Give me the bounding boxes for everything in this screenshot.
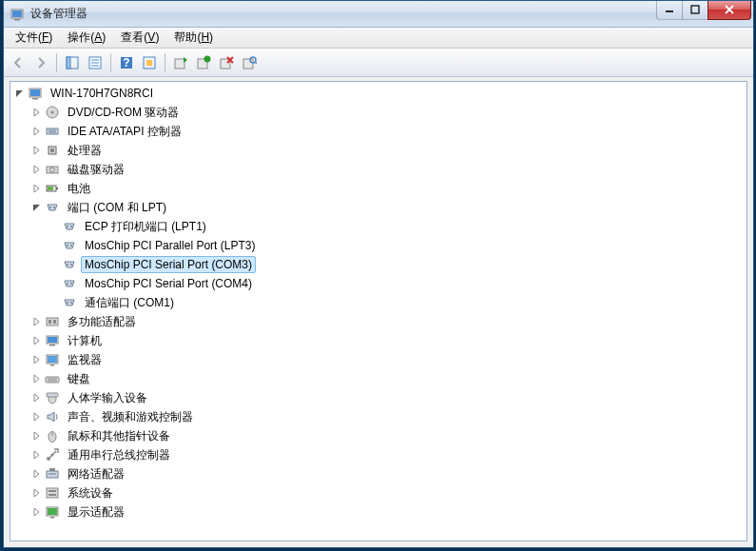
- adapter-icon: [45, 314, 60, 329]
- tree-node-label: DVD/CD-ROM 驱动器: [64, 103, 183, 123]
- expand-icon[interactable]: [29, 105, 45, 120]
- svg-rect-56: [48, 356, 57, 363]
- svg-rect-69: [49, 468, 55, 471]
- expand-icon[interactable]: [29, 314, 45, 329]
- tree-node-cat-13[interactable]: 通用串行总线控制器: [10, 445, 746, 464]
- tree-node-label: MosChip PCI Parallel Port (LPT3): [81, 237, 259, 254]
- expand-icon[interactable]: [29, 352, 45, 367]
- keyboard-icon: [45, 371, 60, 386]
- arrow-spacer: [47, 238, 62, 253]
- tree-node-dev-5-4[interactable]: 通信端口 (COM1): [10, 293, 746, 312]
- svg-rect-24: [32, 98, 38, 100]
- tree-node-cat-8[interactable]: 监视器: [10, 350, 746, 369]
- tree-node-label: 鼠标和其他指针设备: [64, 426, 174, 446]
- expand-icon[interactable]: [29, 409, 45, 424]
- svg-rect-19: [243, 59, 253, 69]
- svg-point-43: [67, 264, 68, 266]
- tree-node-cat-3[interactable]: 磁盘驱动器: [10, 160, 746, 179]
- network-icon: [45, 466, 60, 482]
- expand-icon[interactable]: [29, 371, 45, 386]
- tree-node-label: 键盘: [64, 369, 94, 389]
- svg-point-45: [67, 283, 68, 285]
- svg-rect-36: [48, 187, 53, 190]
- scan-button[interactable]: [239, 52, 260, 73]
- back-button[interactable]: [8, 52, 29, 73]
- menu-action[interactable]: 操作(A): [60, 28, 113, 48]
- tree-node-label: MosChip PCI Serial Port (COM4): [81, 275, 256, 292]
- svg-rect-31: [50, 148, 54, 152]
- uninstall-button[interactable]: [193, 52, 214, 73]
- svg-rect-54: [49, 344, 55, 346]
- expand-icon[interactable]: [29, 504, 45, 520]
- port-icon: [62, 295, 77, 310]
- tree-node-root[interactable]: WIN-170H7GN8RCI: [10, 84, 746, 103]
- tree-node-cat-11[interactable]: 声音、视频和游戏控制器: [10, 407, 746, 426]
- update-driver-button[interactable]: [170, 52, 191, 73]
- menu-view[interactable]: 查看(V): [113, 28, 166, 48]
- tree-node-label: 计算机: [64, 331, 106, 351]
- expand-icon[interactable]: [29, 143, 45, 158]
- tree-node-cat-7[interactable]: 计算机: [10, 331, 746, 350]
- tree-node-cat-14[interactable]: 网络适配器: [10, 464, 746, 483]
- tree-node-label: 监视器: [64, 350, 106, 370]
- toolbar: ?: [4, 49, 753, 77]
- maximize-button[interactable]: [682, 1, 708, 20]
- expand-icon[interactable]: [29, 390, 45, 405]
- svg-rect-4: [691, 6, 699, 13]
- tree-node-label: 处理器: [64, 141, 106, 161]
- menu-file[interactable]: 文件(F): [8, 28, 60, 48]
- collapse-icon[interactable]: [12, 86, 28, 101]
- titlebar[interactable]: 设备管理器: [4, 1, 753, 28]
- tree-node-cat-6[interactable]: 多功能适配器: [10, 312, 746, 331]
- menu-help[interactable]: 帮助(H): [166, 28, 221, 48]
- tree-node-cat-9[interactable]: 键盘: [10, 369, 746, 388]
- minimize-button[interactable]: [656, 1, 683, 20]
- tree-node-cat-12[interactable]: 鼠标和其他指针设备: [10, 426, 746, 445]
- tree-node-dev-5-2[interactable]: MosChip PCI Serial Port (COM3): [10, 255, 746, 274]
- disc-icon: [45, 105, 60, 120]
- expand-icon[interactable]: [29, 162, 45, 177]
- tree-node-cat-15[interactable]: 系统设备: [10, 483, 746, 502]
- tree-node-cat-0[interactable]: DVD/CD-ROM 驱动器: [10, 103, 746, 122]
- tree-node-cat-4[interactable]: 电池: [10, 179, 746, 198]
- expand-icon[interactable]: [29, 124, 45, 139]
- display-icon: [45, 504, 60, 520]
- help-button[interactable]: ?: [116, 52, 137, 73]
- expand-icon[interactable]: [29, 447, 45, 462]
- svg-point-26: [51, 111, 54, 114]
- action-button[interactable]: [139, 52, 160, 73]
- separator: [56, 53, 57, 72]
- battery-icon: [45, 181, 60, 196]
- tree-node-dev-5-3[interactable]: MosChip PCI Serial Port (COM4): [10, 274, 746, 293]
- disable-button[interactable]: [216, 52, 237, 73]
- tree-node-cat-5[interactable]: 端口 (COM 和 LPT): [10, 198, 746, 217]
- tree-node-label: MosChip PCI Serial Port (COM3): [81, 256, 256, 273]
- properties-button[interactable]: [85, 52, 106, 73]
- separator: [165, 53, 165, 72]
- collapse-icon[interactable]: [29, 200, 45, 215]
- tree-node-cat-16[interactable]: 显示适配器: [10, 502, 746, 521]
- tree-node-cat-10[interactable]: 人体学输入设备: [10, 388, 746, 407]
- app-icon: [10, 7, 25, 22]
- tree-node-dev-5-1[interactable]: MosChip PCI Parallel Port (LPT3): [10, 236, 746, 255]
- forward-button[interactable]: [30, 52, 51, 73]
- expand-icon[interactable]: [29, 466, 45, 482]
- svg-point-47: [67, 302, 68, 304]
- tree-node-cat-2[interactable]: 处理器: [10, 141, 746, 160]
- monitor-icon: [45, 352, 60, 367]
- expand-icon[interactable]: [29, 181, 45, 196]
- device-tree[interactable]: WIN-170H7GN8RCIDVD/CD-ROM 驱动器IDE ATA/ATA…: [10, 81, 747, 541]
- expand-icon[interactable]: [29, 485, 45, 501]
- expand-icon[interactable]: [29, 333, 45, 348]
- tree-node-label: 人体学输入设备: [64, 388, 151, 408]
- tree-node-dev-5-0[interactable]: ECP 打印机端口 (LPT1): [10, 217, 746, 236]
- tree-node-label: 通信端口 (COM1): [81, 293, 178, 313]
- svg-point-44: [70, 264, 72, 266]
- mouse-icon: [45, 428, 60, 443]
- tree-node-cat-1[interactable]: IDE ATA/ATAPI 控制器: [10, 122, 746, 141]
- show-hide-tree-button[interactable]: [62, 52, 83, 73]
- expand-icon[interactable]: [29, 428, 45, 443]
- svg-rect-62: [47, 393, 58, 397]
- svg-rect-35: [56, 187, 58, 189]
- close-button[interactable]: [708, 1, 751, 20]
